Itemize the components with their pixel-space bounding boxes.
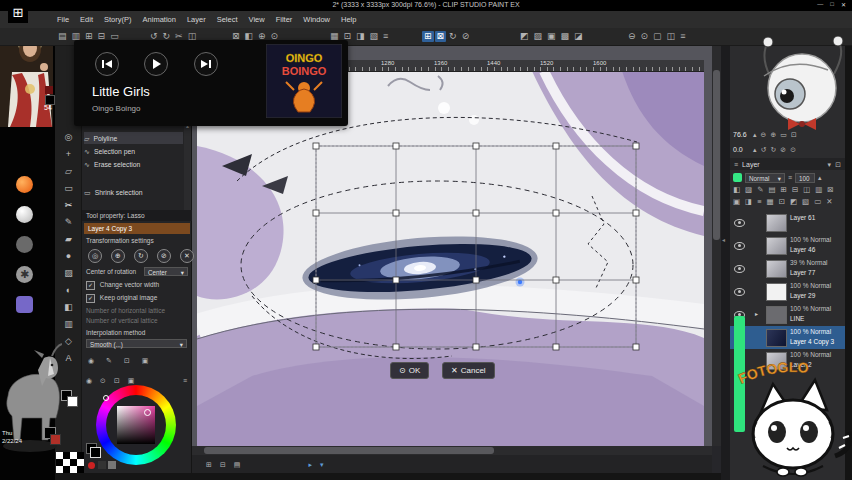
tool-zoom-icon[interactable]: ◎: [55, 132, 82, 142]
sub-color-chip[interactable]: [67, 396, 78, 407]
swatch-maroon[interactable]: [45, 86, 53, 94]
transform-skew-button[interactable]: ⊘: [157, 249, 171, 263]
menu-animation[interactable]: Animation: [143, 15, 176, 24]
folder-expand-icon[interactable]: ▸: [755, 310, 758, 317]
rotate-left-icon[interactable]: ↺: [761, 146, 767, 153]
material-icon[interactable]: ◪: [574, 32, 583, 41]
layer-visibility-toggle[interactable]: [734, 288, 745, 296]
menu-filter[interactable]: Filter: [276, 15, 293, 24]
tool-gradient-icon[interactable]: ▥: [55, 319, 82, 329]
grid-icon[interactable]: ◩: [520, 32, 529, 41]
minus-icon[interactable]: ⊖: [628, 32, 636, 41]
layer-visibility-toggle[interactable]: [734, 242, 745, 250]
menu-file[interactable]: File: [57, 15, 69, 24]
color-front-swatch[interactable]: [90, 447, 101, 458]
panel-divider[interactable]: ◂: [721, 46, 730, 480]
layer-set-icon[interactable]: ▥: [815, 186, 822, 194]
menu-view[interactable]: View: [249, 15, 265, 24]
minimize-button[interactable]: —: [817, 1, 823, 8]
new-file-icon[interactable]: ▤: [58, 32, 67, 41]
layer-settings-icon[interactable]: ▭: [814, 198, 821, 206]
apply-mask-icon[interactable]: ▧: [802, 198, 809, 206]
guide-icon[interactable]: ▩: [561, 32, 570, 41]
transform-cancel-button[interactable]: ✕: [180, 249, 194, 263]
transform-scale-button[interactable]: ◎: [88, 249, 102, 263]
close-button[interactable]: ✕: [841, 1, 846, 8]
delete-layer-icon[interactable]: ✕: [826, 198, 832, 206]
launcher-grid-icon[interactable]: ⊞: [8, 3, 28, 23]
prop-capture-icon[interactable]: ⊡: [124, 357, 130, 364]
tool-object-icon[interactable]: ▱: [55, 166, 82, 176]
tool-text-icon[interactable]: A: [55, 353, 82, 363]
palm-color-chip[interactable]: [733, 173, 742, 182]
transform-rotate-button[interactable]: ↻: [134, 249, 148, 263]
new-folder-icon[interactable]: ≡: [757, 198, 761, 206]
layer-thumbnail[interactable]: [766, 260, 787, 278]
firefox-icon[interactable]: [16, 176, 33, 193]
disc-icon[interactable]: [16, 236, 33, 253]
new-vector-layer-icon[interactable]: ◨: [745, 198, 752, 206]
color-history-tab-icon[interactable]: ▣: [128, 377, 135, 384]
menu-select[interactable]: Select: [217, 15, 238, 24]
interpolation-dropdown[interactable]: Smooth (...) ▾: [86, 339, 187, 348]
merge-layer-icon[interactable]: ⊡: [779, 198, 785, 206]
layer-name[interactable]: LINE: [790, 315, 804, 322]
layer-row[interactable]: 100 % Normal Layer 29: [730, 280, 845, 303]
keep-original-image-row[interactable]: ✓ Keep original image: [86, 294, 157, 303]
palette-checker[interactable]: [56, 452, 84, 473]
layer-thumbnail[interactable]: [766, 283, 787, 301]
sphere-icon[interactable]: [16, 206, 33, 223]
layer-header-dropdown-icon[interactable]: ▾: [828, 161, 832, 168]
reset-view-icon[interactable]: ⊘: [462, 32, 470, 41]
menu-story[interactable]: Story(P): [104, 15, 132, 24]
mesh-transform-icon[interactable]: ⊠: [435, 31, 447, 42]
horizontal-scrollbar-thumb[interactable]: [204, 447, 494, 454]
tool-pen-icon[interactable]: ✎: [55, 217, 82, 227]
layer-name[interactable]: Layer 61: [790, 214, 815, 221]
layer-lock-icon[interactable]: ▤: [768, 186, 775, 194]
tool-airbrush-icon[interactable]: ●: [55, 251, 82, 261]
layer-thumbnail[interactable]: [766, 214, 787, 232]
subtool-item-selection-pen[interactable]: ∿ Selection pen: [84, 145, 183, 157]
target-icon[interactable]: ⊙: [641, 32, 649, 41]
background-color-swatch[interactable]: [50, 434, 61, 445]
active-layer-reference[interactable]: Layer 4 Copy 3: [84, 223, 190, 234]
swatch-gray[interactable]: [108, 461, 116, 469]
expand-page-icon[interactable]: ▾: [320, 461, 324, 468]
layer-thumbnail[interactable]: [766, 329, 787, 347]
layer-row[interactable]: Layer 61: [730, 211, 845, 234]
layer-name[interactable]: Layer 4 Copy 3: [790, 338, 834, 345]
rotate-canvas-icon[interactable]: ↻: [449, 32, 457, 41]
tool-move-icon[interactable]: +: [55, 149, 82, 159]
layer-name[interactable]: Layer 46: [790, 246, 815, 253]
frame-icon[interactable]: ▢: [653, 32, 662, 41]
tool-figure-icon[interactable]: ◇: [55, 336, 82, 346]
layer-mask-icon[interactable]: ◧: [733, 186, 740, 194]
mask-icon[interactable]: ◨: [356, 32, 365, 41]
opacity-slider-icon[interactable]: ≡: [788, 174, 792, 181]
panel-icon[interactable]: ◫: [667, 32, 676, 41]
change-vector-width-row[interactable]: ✓ Change vector width: [86, 281, 159, 290]
layer-row[interactable]: 100 % Normal Layer 46: [730, 234, 845, 257]
prop-detail-icon[interactable]: ▣: [142, 357, 149, 364]
tool-blend-icon[interactable]: ◐: [55, 285, 82, 295]
reset-rotation-icon[interactable]: ⊙: [790, 146, 796, 153]
play-page-icon[interactable]: ▸: [308, 461, 312, 468]
rotate-right-icon[interactable]: ↻: [770, 146, 776, 153]
layer-header-dock-icon[interactable]: ⊡: [835, 161, 841, 168]
menu-edit[interactable]: Edit: [80, 15, 93, 24]
tool-lasso-icon[interactable]: ✂: [55, 200, 82, 210]
list-icon[interactable]: ≡: [383, 32, 388, 41]
checkbox-checked[interactable]: ✓: [86, 281, 95, 290]
menu-help[interactable]: Help: [341, 15, 356, 24]
vertical-scrollbar[interactable]: [712, 46, 721, 446]
collapse-panel-icon[interactable]: ◂: [722, 236, 725, 243]
menu-window[interactable]: Window: [303, 15, 330, 24]
layer-row-selected[interactable]: 100 % Normal Layer 4 Copy 3: [730, 326, 845, 349]
panel-menu-icon[interactable]: ≡: [734, 161, 738, 168]
swatch-black[interactable]: [45, 95, 55, 105]
page-grid-icon[interactable]: ⊞: [206, 461, 212, 468]
layer-visibility-toggle[interactable]: [734, 219, 745, 227]
subtool-scrollbar[interactable]: ▲: [184, 121, 191, 210]
ok-button[interactable]: ⊙ OK: [390, 362, 429, 379]
